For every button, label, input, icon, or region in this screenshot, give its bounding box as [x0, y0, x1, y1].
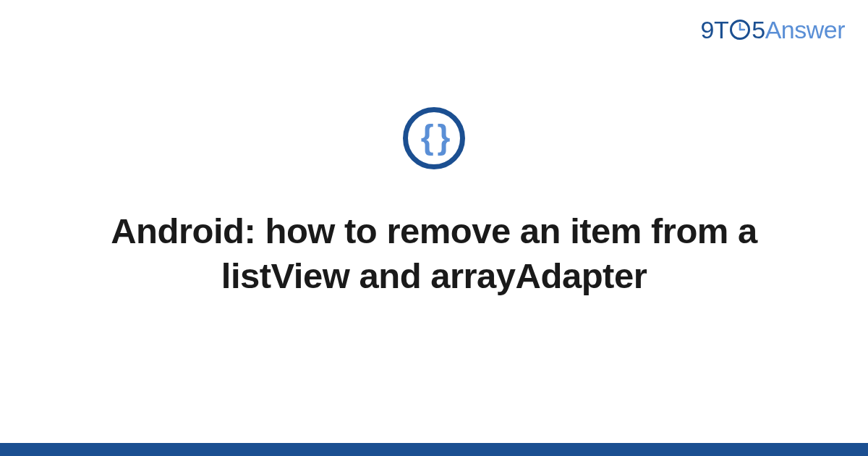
page-title: Android: how to remove an item from a li… — [80, 209, 788, 298]
code-braces-icon: { } — [403, 107, 465, 169]
braces-glyph: { } — [421, 120, 448, 153]
footer-accent-bar — [0, 443, 868, 456]
main-content: { } Android: how to remove an item from … — [0, 0, 868, 456]
